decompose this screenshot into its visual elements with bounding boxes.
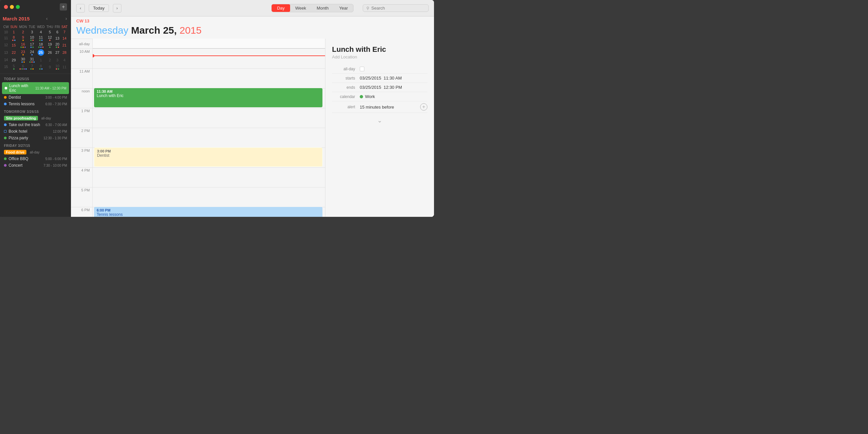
tomorrow-header: TOMORROW 3/26/15 [0,107,71,115]
cal-event-tennis[interactable]: 6:00 PM Tennis lessons [94,207,322,217]
mini-cal-day[interactable]: 9 [45,63,54,70]
mini-cal-day[interactable]: 10 [54,63,61,70]
mini-cal-day[interactable]: 15 [9,41,18,49]
col-header-cw: CW [3,24,9,29]
mini-cal-day[interactable]: 6 [54,29,61,35]
mini-cal-day[interactable]: 11 [61,63,68,70]
close-button[interactable] [4,5,8,9]
mini-cal-day[interactable]: 10 [28,35,36,41]
mini-cal-day[interactable]: 18 [36,41,45,49]
mini-cal-day[interactable]: 22 [9,49,18,56]
detail-expand-button[interactable]: ⌄ [332,117,427,124]
event-time-dentist: 3:00 - 4:00 PM [45,96,67,99]
mini-cal-day[interactable]: 21 [61,41,68,49]
detail-panel: Lunch with Eric Add Location all-day sta… [325,39,434,217]
time-4pm: 4 PM [71,167,92,187]
mini-cal-month-year: March 2015 [3,16,30,22]
next-day-button[interactable]: › [113,4,121,12]
detail-ends-date[interactable]: 03/25/2015 12:30 PM [360,85,427,90]
maximize-button[interactable] [16,5,20,9]
event-book-hotel[interactable]: Book hotel 12:00 PM [0,128,71,135]
mini-cal-day[interactable]: 30 [18,56,28,63]
cal-event-lunch[interactable]: 11:30 AM Lunch with Eric [94,88,322,107]
mini-cal-day[interactable]: 29 [9,56,18,63]
event-food-drive[interactable]: Food drive all-day [0,149,71,155]
calendar-color-dot [360,95,363,98]
mini-cal-day[interactable]: 4 [61,56,68,63]
minimize-button[interactable] [10,5,14,9]
mini-cal-day[interactable]: 13 [54,35,61,41]
event-dot-concert [4,164,7,167]
mini-cal-day[interactable]: 4 [36,29,45,35]
event-lunch-with-eric[interactable]: Lunch with Eric 11:30 AM - 12:30 PM [2,82,69,94]
mini-cal-day[interactable]: 8 [9,35,18,41]
mini-cal-day[interactable]: 5 [9,63,18,70]
mini-cal-day[interactable]: 6 [18,63,28,70]
events-column[interactable]: 10:21 AM 11:30 AM Lunch with Eric 3:00 P… [92,39,325,217]
add-event-button[interactable]: + [60,3,67,10]
mini-cal-day[interactable]: 27 [54,49,61,56]
cal-event-dentist-name: Dentist [97,153,319,158]
mini-cal-day[interactable]: 3 [28,29,36,35]
site-proofreading-allday: all-day [41,117,51,120]
mini-cal-grid: CW SUN MON TUE WED THU FRI SAT 101234567… [3,24,68,70]
mini-cal-day[interactable]: 20 [54,41,61,49]
event-time-tennis: 6:00 - 7:30 PM [45,102,67,106]
col-header-mon: MON [18,24,28,29]
detail-calendar-row: calendar Work [332,92,427,101]
mini-cal-day[interactable]: 31 [28,56,36,63]
cal-event-dentist[interactable]: 3:00 PM Dentist [94,148,322,167]
detail-allday-label: all-day [332,67,355,71]
detail-location[interactable]: Add Location [332,55,427,59]
mini-cal-day[interactable]: 9 [18,35,28,41]
time-3pm: 3 PM [71,148,92,167]
event-trash[interactable]: Take out the trash 6:30 - 7:00 AM [0,121,71,128]
detail-starts-date[interactable]: 03/25/2015 11:30 AM [360,75,427,81]
mini-cal-prev[interactable]: ‹ [45,15,49,22]
mini-cal-next[interactable]: › [64,15,68,22]
event-pizza[interactable]: Pizza party 12:30 - 1:30 PM [0,135,71,141]
mini-cal-day[interactable]: 23 [18,49,28,56]
search-box: ⚲ [363,4,429,12]
tab-month[interactable]: Month [312,4,334,12]
event-tennis[interactable]: Tennis lessons 6:00 - 7:30 PM [0,101,71,107]
mini-cal-day[interactable]: 16 [18,41,28,49]
detail-alert-label: alert [332,104,355,109]
mini-cal-day[interactable]: 5 [45,29,54,35]
mini-cal-day[interactable]: 12 [45,35,54,41]
mini-cal-day[interactable]: 24 [28,49,36,56]
mini-cal-day[interactable]: 2 [45,56,54,63]
tab-day[interactable]: Day [272,4,290,12]
allday-checkbox[interactable] [360,67,364,71]
mini-cal-day[interactable]: 2 [18,29,28,35]
add-alert-button[interactable]: + [420,103,427,111]
event-site-proofreading[interactable]: Site proofreading all-day [0,115,71,121]
mini-cal-day[interactable]: 26 [45,49,54,56]
event-office-bbq[interactable]: Office BBQ 5:00 - 6:00 PM [0,155,71,162]
detail-title: Lunch with Eric [332,45,427,54]
mini-cal-day[interactable]: 19 [45,41,54,49]
today-button[interactable]: Today [89,4,109,12]
title-bar: + [0,0,71,14]
mini-cal-day[interactable]: 25 [36,49,45,56]
mini-cal-day[interactable]: 1 [9,29,18,35]
mini-cal-day[interactable]: 7 [61,29,68,35]
allday-time-label: all-day [71,39,92,49]
mini-cal-day[interactable]: 28 [61,49,68,56]
mini-cal-day[interactable]: 7 [28,63,36,70]
mini-cal-day[interactable]: 8 [36,63,45,70]
mini-cal-day[interactable]: 3 [54,56,61,63]
event-time-pizza: 12:30 - 1:30 PM [43,136,67,140]
prev-day-button[interactable]: ‹ [76,4,85,12]
mini-cal-day[interactable]: 17 [28,41,36,49]
mini-cal-day[interactable]: 1 [36,56,45,63]
mini-cal-day[interactable]: 14 [61,35,68,41]
tab-year[interactable]: Year [334,4,353,12]
event-concert[interactable]: Concert 7:30 - 10:00 PM [0,162,71,169]
cal-event-lunch-time: 11:30 AM [97,89,320,93]
mini-cal-day[interactable]: 11 [36,35,45,41]
event-dentist[interactable]: Dentist 3:00 - 4:00 PM [0,94,71,101]
cw-cell: 15 [3,63,9,70]
search-input[interactable] [371,6,421,10]
tab-week[interactable]: Week [290,4,312,12]
